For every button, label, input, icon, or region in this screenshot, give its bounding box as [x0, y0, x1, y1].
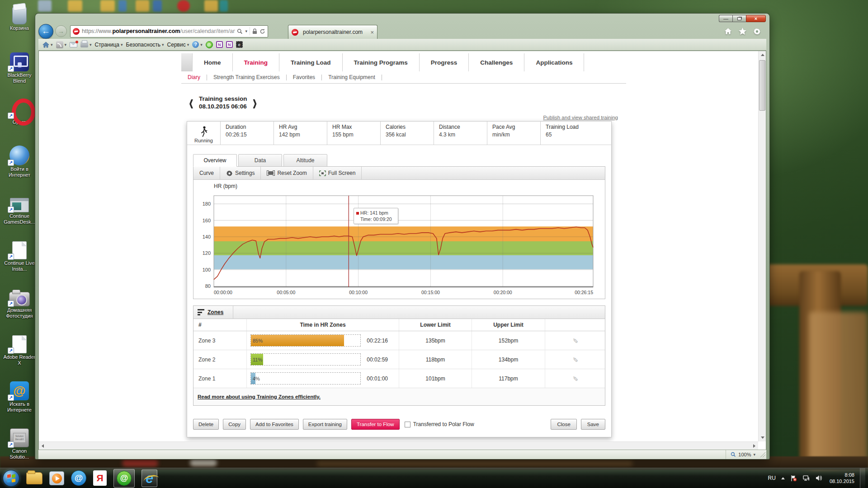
read-mail[interactable]	[70, 42, 77, 47]
url-text[interactable]: https://www.polarpersonaltrainer.com/use…	[82, 28, 235, 34]
zoom-control[interactable]: 100% ▾	[726, 450, 760, 459]
subnav-training-equipment[interactable]: Training Equipment	[322, 74, 382, 80]
full-screen-button[interactable]: Full Screen	[313, 167, 362, 179]
add-to-favorites-button[interactable]: Add to Favorites	[250, 419, 299, 430]
clock[interactable]: 8:08 08.10.2015	[830, 472, 854, 484]
refresh-icon[interactable]	[259, 28, 265, 34]
nav-tab-home[interactable]: Home	[193, 53, 233, 71]
tab-overview[interactable]: Overview	[193, 154, 237, 167]
onenote-icon[interactable]: N	[226, 41, 233, 48]
desktop-icon-window-4[interactable]: ↗Continue GamesDesk...	[2, 192, 37, 225]
nav-tab-training-load[interactable]: Training Load	[279, 53, 343, 71]
rss-icon[interactable]	[56, 41, 63, 48]
scroll-down-button[interactable]	[759, 434, 766, 441]
back-button[interactable]: ←	[38, 24, 53, 39]
printer-icon[interactable]	[80, 42, 88, 47]
vertical-scroll-thumb[interactable]	[759, 60, 765, 111]
print-menu[interactable]: ▾	[80, 42, 92, 47]
explorer-taskbar-icon[interactable]	[26, 472, 42, 484]
next-session-arrow[interactable]: ›	[253, 87, 257, 118]
onenote-linked-addon[interactable]: N	[226, 41, 233, 48]
minimize-button[interactable]: —	[719, 15, 732, 22]
transferred-checkbox[interactable]	[405, 422, 410, 427]
address-bar[interactable]: https://www.polarpersonaltrainer.com/use…	[70, 25, 268, 38]
page-menu[interactable]: Страница▾	[95, 42, 123, 48]
subnav-favorites[interactable]: Favorites	[287, 74, 321, 80]
copy-button[interactable]: Copy	[223, 419, 246, 430]
home-icon[interactable]	[42, 42, 49, 48]
onenote-icon[interactable]: N	[216, 41, 223, 48]
safety-menu[interactable]: Безопасность▾	[126, 42, 164, 48]
desktop-icon-doc-5[interactable]: ↗Continue Live Insta...	[2, 239, 37, 272]
settings-button[interactable]: Settings	[220, 167, 261, 179]
media-player-taskbar-icon[interactable]	[49, 471, 64, 485]
zones-link[interactable]: Zones	[208, 309, 223, 315]
icq-icon[interactable]: @	[206, 41, 213, 48]
desktop-icon-canon-9[interactable]: Solution MenuEX↗Canon Solutio...	[2, 427, 37, 460]
search-dropdown-caret[interactable]: ▾	[245, 29, 247, 33]
help-icon[interactable]: ?	[192, 41, 199, 48]
show-desktop-button[interactable]	[860, 468, 865, 488]
network-icon[interactable]	[802, 475, 810, 481]
previous-session-arrow[interactable]: ‹	[189, 87, 193, 118]
onenote-addon[interactable]: N	[216, 41, 223, 48]
zoom-dropdown-caret[interactable]: ▾	[753, 452, 755, 457]
feeds-menu[interactable]: ▾	[56, 41, 67, 48]
internet-explorer-taskbar-icon[interactable]: e	[142, 469, 157, 487]
desktop-icon-camera-6[interactable]: ↗Домашняя Фотостудия	[2, 286, 37, 319]
nav-tab-applications[interactable]: Applications	[524, 53, 584, 71]
yandex-taskbar-icon[interactable]: Я	[93, 470, 107, 486]
amigo-browser-taskbar-icon[interactable]: @	[71, 470, 86, 486]
edit-pencil-icon[interactable]: ✎	[571, 338, 579, 343]
desktop-icon-blackberry-1[interactable]: ↗BlackBerry Blend	[2, 51, 37, 84]
home-icon[interactable]	[724, 28, 732, 35]
desktop-icon-opera-2[interactable]: ↗Opera	[2, 98, 37, 125]
resize-grip[interactable]	[760, 452, 765, 457]
mailru-agent-taskbar-icon[interactable]: @	[113, 469, 135, 488]
tab-altitude[interactable]: Altitude	[283, 154, 327, 167]
volume-icon[interactable]	[816, 475, 822, 481]
horizontal-scrollbar[interactable]	[39, 441, 758, 450]
vertical-scrollbar[interactable]	[758, 51, 766, 441]
save-button[interactable]: Save	[581, 419, 605, 430]
close-page-button[interactable]: Close	[551, 419, 576, 430]
icq-addon[interactable]: @	[206, 41, 213, 48]
curve-segment[interactable]: Curve	[193, 167, 220, 179]
desktop-icon-trash-0[interactable]: Корзина	[2, 4, 37, 31]
scroll-left-button[interactable]	[39, 442, 47, 450]
delete-button[interactable]: Delete	[193, 419, 219, 430]
subnav-diary[interactable]: Diary	[181, 74, 207, 80]
edit-pencil-icon[interactable]: ✎	[571, 375, 579, 381]
nav-tab-training-programs[interactable]: Training Programs	[343, 53, 420, 71]
training-zones-info-link[interactable]: Read more about using Training Zones eff…	[198, 394, 321, 399]
export-training-button[interactable]: Export training	[303, 419, 347, 430]
scroll-right-button[interactable]	[750, 442, 758, 450]
favorites-star-icon[interactable]	[739, 28, 746, 35]
transfer-to-flow-button[interactable]: Transfer to Flow	[351, 419, 400, 430]
evernote-addon[interactable]: e	[236, 41, 243, 48]
home-menu[interactable]: ▾	[42, 42, 53, 48]
close-button[interactable]: ×	[746, 15, 766, 22]
desktop-icon-mailru-8[interactable]: @↗Искать в Интернете	[2, 380, 37, 413]
nav-tab-challenges[interactable]: Challenges	[469, 53, 524, 71]
scroll-up-button[interactable]	[759, 51, 766, 59]
desktop-icon-doc-7[interactable]: ↗Adobe Reader X	[2, 333, 37, 366]
evernote-icon[interactable]: e	[236, 41, 243, 48]
reset-zoom-button[interactable]: Reset Zoom	[261, 167, 313, 179]
forward-button[interactable]: →	[55, 25, 67, 37]
hidden-icons-arrow[interactable]	[781, 477, 785, 479]
action-center-flag-icon[interactable]	[790, 475, 797, 482]
hr-curve-chart[interactable]: HR (bpm)8010012014016018000:00:0000:05:0…	[193, 180, 605, 299]
desktop-icon-globe-3[interactable]: ↗Войти в Интернет	[2, 145, 37, 178]
publish-shared-training-link[interactable]: Publish and view shared training	[543, 115, 618, 120]
mail-icon[interactable]	[70, 42, 77, 47]
tools-menu[interactable]: Сервис▾	[167, 42, 189, 48]
nav-tab-training[interactable]: Training	[233, 53, 280, 71]
edit-pencil-icon[interactable]: ✎	[571, 357, 579, 362]
tab-data[interactable]: Data	[238, 154, 282, 167]
restore-button[interactable]	[732, 15, 746, 22]
help-menu[interactable]: ?▾	[192, 41, 203, 48]
nav-tab-progress[interactable]: Progress	[420, 53, 469, 71]
tools-gear-icon[interactable]	[753, 28, 761, 35]
search-icon[interactable]	[237, 28, 243, 34]
